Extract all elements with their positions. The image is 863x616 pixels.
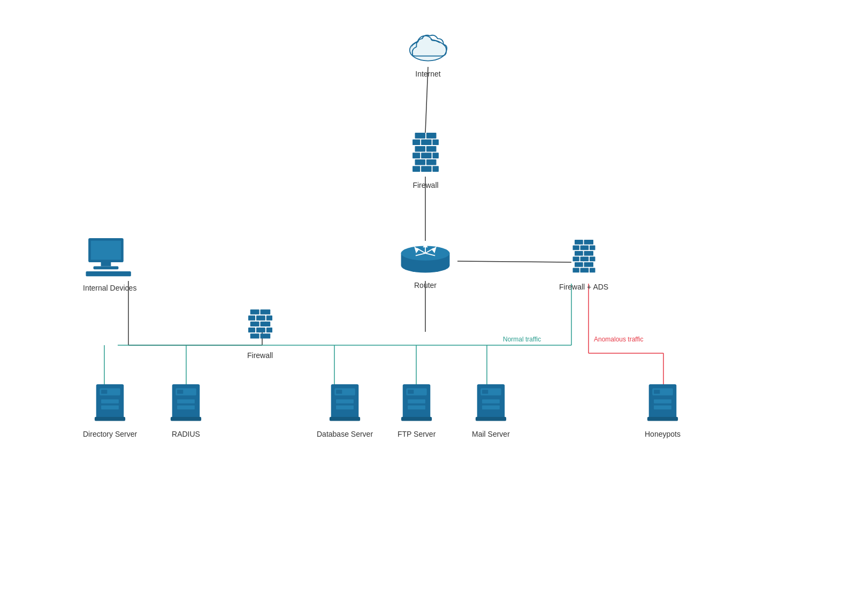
cloud-icon <box>404 29 452 66</box>
svg-rect-121 <box>647 417 678 421</box>
svg-text:Normal traffic: Normal traffic <box>503 336 541 343</box>
svg-rect-119 <box>654 399 671 404</box>
svg-rect-56 <box>572 246 579 250</box>
svg-rect-114 <box>482 405 500 409</box>
svg-rect-118 <box>654 390 660 394</box>
database-server-node: Database Server <box>317 384 373 438</box>
svg-rect-28 <box>415 133 426 139</box>
connections-layer: Normal traffic Anomalous traffic <box>0 0 863 616</box>
svg-rect-102 <box>336 405 354 409</box>
internal-devices-label: Internal Devices <box>83 284 136 292</box>
svg-rect-81 <box>248 328 255 332</box>
svg-rect-29 <box>426 133 437 139</box>
svg-rect-100 <box>336 390 342 394</box>
svg-rect-61 <box>572 257 579 262</box>
svg-rect-89 <box>101 399 119 404</box>
svg-rect-95 <box>177 399 195 404</box>
directory-server-node: Directory Server <box>83 384 137 438</box>
svg-rect-107 <box>408 399 425 404</box>
database-server-label: Database Server <box>317 430 373 438</box>
directory-server-label: Directory Server <box>83 430 137 438</box>
network-diagram: Normal traffic Anomalous traffic Interne… <box>0 0 863 616</box>
firewall-mid-label: Firewall <box>247 351 273 360</box>
svg-rect-112 <box>482 390 488 394</box>
svg-rect-42 <box>432 166 439 172</box>
svg-rect-77 <box>256 315 265 320</box>
firewall-ads-label: Firewall + ADS <box>559 283 608 291</box>
svg-rect-71 <box>101 262 111 267</box>
mail-server-label: Mail Server <box>472 430 510 438</box>
firewall-ads-node: Firewall + ADS <box>559 240 608 291</box>
svg-rect-67 <box>580 268 589 273</box>
svg-rect-72 <box>94 267 119 270</box>
svg-rect-65 <box>584 262 593 267</box>
svg-rect-91 <box>95 417 125 421</box>
svg-rect-75 <box>260 309 270 314</box>
svg-rect-30 <box>413 139 420 145</box>
svg-rect-80 <box>260 322 270 326</box>
svg-text:Anomalous traffic: Anomalous traffic <box>594 336 644 343</box>
honeypots-label: Honeypots <box>645 430 681 438</box>
svg-rect-57 <box>580 246 589 250</box>
svg-rect-59 <box>575 251 583 256</box>
radius-label: RADIUS <box>172 430 200 438</box>
svg-rect-36 <box>421 153 432 158</box>
svg-rect-109 <box>401 417 432 421</box>
router-label: Router <box>414 281 437 290</box>
svg-rect-33 <box>415 146 426 152</box>
honeypots-icon <box>645 384 680 427</box>
firewall-ads-icon <box>572 240 596 279</box>
svg-rect-115 <box>476 417 506 421</box>
svg-rect-58 <box>590 246 595 250</box>
svg-rect-55 <box>584 240 593 245</box>
svg-rect-73 <box>86 271 131 276</box>
svg-rect-88 <box>101 390 107 394</box>
internal-devices-node: Internal Devices <box>83 238 136 292</box>
svg-rect-74 <box>250 309 259 314</box>
svg-rect-76 <box>248 315 255 320</box>
svg-rect-39 <box>426 159 437 165</box>
firewall-top-label: Firewall <box>413 181 438 189</box>
ftp-server-label: FTP Server <box>398 430 436 438</box>
computer-icon <box>86 238 134 280</box>
svg-rect-70 <box>91 241 121 260</box>
router-node: Router <box>399 238 452 290</box>
svg-rect-41 <box>421 166 432 172</box>
svg-rect-35 <box>413 153 420 158</box>
database-server-icon <box>327 384 362 427</box>
svg-rect-63 <box>590 257 595 262</box>
svg-rect-96 <box>177 405 195 409</box>
svg-rect-83 <box>266 328 272 332</box>
firewall-top-node: Firewall <box>411 133 440 189</box>
svg-rect-82 <box>256 328 265 332</box>
svg-rect-113 <box>482 399 500 404</box>
svg-rect-78 <box>266 315 272 320</box>
svg-rect-101 <box>336 399 354 404</box>
firewall-mid-icon <box>248 308 272 348</box>
svg-rect-34 <box>426 146 437 152</box>
svg-marker-47 <box>423 242 427 247</box>
firewall-mid-node: Firewall <box>247 308 273 360</box>
mail-server-node: Mail Server <box>472 384 510 438</box>
svg-rect-38 <box>415 159 426 165</box>
svg-rect-68 <box>590 268 595 273</box>
svg-rect-97 <box>171 417 201 421</box>
svg-rect-54 <box>575 240 583 245</box>
svg-rect-31 <box>421 139 432 145</box>
mail-server-icon <box>473 384 508 427</box>
router-icon <box>399 238 452 278</box>
svg-rect-62 <box>580 257 589 262</box>
internet-label: Internet <box>415 70 440 78</box>
svg-rect-66 <box>572 268 579 273</box>
ftp-server-icon <box>399 384 434 427</box>
directory-server-icon <box>93 384 127 427</box>
svg-rect-37 <box>432 153 439 158</box>
radius-icon <box>169 384 203 427</box>
svg-rect-106 <box>408 390 414 394</box>
svg-rect-60 <box>584 251 593 256</box>
ftp-server-node: FTP Server <box>398 384 436 438</box>
svg-rect-85 <box>260 333 270 338</box>
svg-line-2 <box>457 261 571 262</box>
radius-node: RADIUS <box>169 384 203 438</box>
svg-rect-32 <box>432 139 439 145</box>
